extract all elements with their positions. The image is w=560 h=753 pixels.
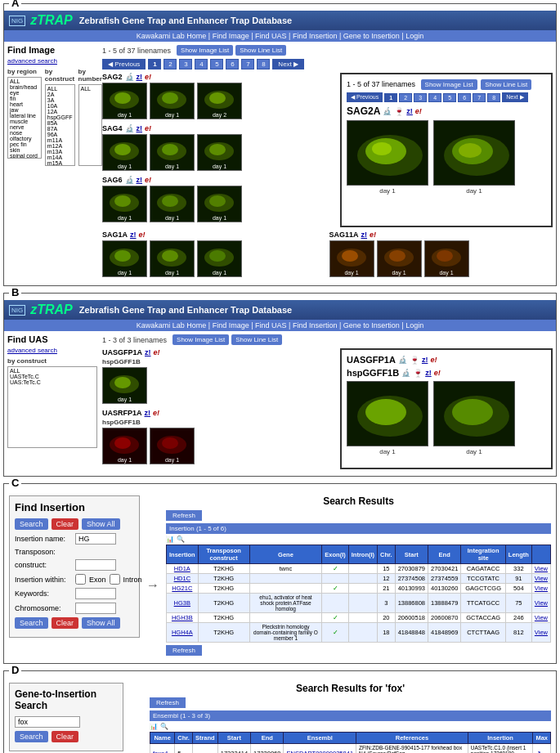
clear-btn-c-bottom[interactable]: Clear (52, 617, 79, 629)
sag6-fish-1[interactable]: day 1 (102, 186, 147, 222)
sag4-label[interactable]: SAG4 (102, 124, 123, 132)
filter-item[interactable]: ALL (47, 86, 74, 92)
page-8-btn-a[interactable]: 8 (257, 59, 270, 69)
uasrfp1a-fish-1[interactable]: day 1 (102, 428, 147, 464)
expanded-sag2a-label[interactable]: SAG2A (347, 105, 380, 117)
expanded-fish-b-2[interactable] (433, 381, 515, 446)
exp-b-z-icon1[interactable]: z! (422, 356, 428, 364)
filter-item[interactable]: 87A (47, 126, 74, 132)
show-image-list-btn-a[interactable]: Show Image List (177, 45, 233, 56)
filter-number-list[interactable]: ALL (78, 84, 102, 166)
search-btn-c-top[interactable]: Search (15, 518, 48, 530)
sag1a-z-icon[interactable]: z! (130, 231, 137, 239)
insertion-link-hg3b[interactable]: HG3B (174, 599, 190, 607)
search-btn-c-bottom[interactable]: Search (15, 617, 48, 629)
page-1-btn-a[interactable]: 1 (148, 59, 161, 69)
filter-item[interactable]: lateral line (9, 113, 40, 119)
expanded-fish-2[interactable] (433, 120, 515, 186)
exp-page-2-btn[interactable]: 2 (399, 93, 412, 102)
sag2-fish-2[interactable]: day 1 (150, 83, 195, 119)
expanded-e-icon[interactable]: e! (415, 107, 422, 115)
insertion-link-hg21c[interactable]: HG21C (172, 585, 192, 592)
filter-item[interactable]: 12A (47, 109, 74, 114)
filter-construct-list[interactable]: ALL 2A 3A 10A 12A hspGGFF 85A 87A 96A m1… (45, 84, 75, 166)
expanded-uasgfp1a-label[interactable]: UASGFP1A (347, 355, 396, 365)
filter-item[interactable]: brain/head (9, 84, 40, 90)
filter-item[interactable]: eye (9, 90, 40, 96)
panel-a-nav[interactable]: Kawakami Lab Home | Find Image | Find UA… (4, 30, 556, 42)
chromosome-input[interactable] (75, 603, 116, 614)
refresh-btn-d-top[interactable]: Refresh (150, 697, 186, 708)
filter-item[interactable]: muscle (9, 119, 40, 124)
exp-page-6-btn[interactable]: 6 (458, 93, 471, 102)
page-7-btn-a[interactable]: 7 (241, 59, 254, 69)
exp-b-icon2[interactable]: 🔬 (401, 369, 410, 377)
filter-item[interactable]: heart (9, 101, 40, 107)
exon-checkbox[interactable] (75, 574, 86, 585)
expanded-fish-b-1[interactable] (347, 381, 428, 446)
sag11a-fish-1[interactable]: day 1 (329, 240, 374, 277)
filter-item[interactable]: 10A (47, 103, 74, 109)
insertion-name-input[interactable] (75, 533, 116, 545)
uasrfp1a-e-icon[interactable]: e! (153, 409, 159, 417)
clear-btn-c-top[interactable]: Clear (52, 518, 79, 530)
exp-b-z-icon2[interactable]: z! (425, 369, 432, 377)
view-link-1[interactable]: View (535, 565, 548, 572)
show-line-list-btn-b[interactable]: Show Line List (231, 334, 282, 345)
page-4-btn-a[interactable]: 4 (195, 59, 208, 69)
filter-item[interactable]: spinal cord (9, 153, 40, 159)
prev-btn-a[interactable]: ◀ Previous (102, 59, 146, 69)
show-image-list-btn-b[interactable]: Show Image List (172, 334, 229, 345)
sag6-z-icon[interactable]: z! (137, 176, 143, 184)
page-6-btn-a[interactable]: 6 (226, 59, 239, 69)
search-btn-d[interactable]: Search (15, 731, 48, 742)
uasrfp1a-label[interactable]: UASRFP1A (102, 409, 142, 417)
sag1a-fish-1[interactable]: day 1 (102, 240, 147, 277)
filter-item[interactable]: m12A (47, 143, 74, 149)
uasrfp1a-z-icon[interactable]: z! (145, 409, 151, 417)
exp-b-wine-icon[interactable]: 🍷 (410, 356, 419, 365)
sag2-fish-3[interactable]: day 2 (197, 83, 242, 119)
insertion-link-hd1c[interactable]: HD1C (174, 575, 190, 582)
exp-b-wine-icon2[interactable]: 🍷 (413, 369, 423, 378)
filter-region-list[interactable]: ALL brain/head eye fin heart jaw lateral… (7, 77, 42, 159)
sag2-label[interactable]: SAG2 (102, 73, 123, 81)
exp-page-7-btn[interactable]: 7 (473, 93, 486, 102)
filter-item[interactable]: fin (9, 96, 40, 101)
exp-page-3-btn[interactable]: 3 (414, 93, 427, 102)
keywords-input[interactable] (75, 588, 116, 599)
sag4-fish-1[interactable]: day 1 (102, 134, 147, 171)
insertion-link-hd1a[interactable]: HD1A (174, 565, 190, 572)
sag4-icon1[interactable]: 🔬 (125, 124, 134, 132)
uasgfp1a-label[interactable]: UASGFP1A (102, 348, 142, 356)
filter-item[interactable]: hspGGFF (47, 114, 74, 120)
sag6-icon1[interactable]: 🔬 (125, 176, 134, 184)
exp-page-1-btn[interactable]: 1 (384, 93, 397, 102)
filter-item[interactable]: nose (9, 130, 40, 136)
uasgfp1a-z-icon[interactable]: z! (145, 348, 151, 356)
refresh-btn-c-top[interactable]: Refresh (166, 510, 202, 521)
filter-item[interactable]: 2A (47, 92, 74, 97)
sag2-fish-1[interactable]: day 1 (102, 83, 147, 119)
filter-item[interactable]: ALL (9, 78, 40, 84)
insertion-link-hgh3b[interactable]: HGH3B (172, 614, 193, 621)
filter-item[interactable]: ALL (80, 86, 101, 92)
sag6-fish-2[interactable]: day 1 (150, 186, 195, 222)
panel-b-nav[interactable]: Kawakami Lab Home | Find Image | Find UA… (4, 320, 556, 331)
ensembl-link-1[interactable]: ENSDART00000035841 (286, 750, 353, 753)
sag11a-e-icon[interactable]: e! (370, 231, 376, 239)
uasgfp1a-fish-1[interactable]: day 1 (102, 367, 147, 404)
sag6-e-icon[interactable]: e! (145, 176, 151, 184)
sag4-fish-3[interactable]: day 1 (197, 134, 242, 171)
expanded-hspggff1b-label[interactable]: hspGGFF1B (347, 368, 399, 378)
filter-item[interactable]: m15A (47, 160, 74, 166)
show-line-list-btn-a[interactable]: Show Line List (235, 45, 286, 56)
sag2-icon1[interactable]: 🔬 (125, 73, 134, 81)
filter-item[interactable]: m13A (47, 149, 74, 155)
exp-b-icon1[interactable]: 🔬 (398, 356, 407, 364)
next-btn-a[interactable]: Next ▶ (272, 59, 304, 69)
gene-search-input[interactable] (15, 716, 80, 728)
intron-checkbox[interactable] (110, 574, 120, 585)
filter-construct-list-b[interactable]: ALL UASTeTc.C UAS:TeTc.C (7, 366, 97, 448)
show-all-btn-c-top[interactable]: Show All (82, 518, 120, 530)
